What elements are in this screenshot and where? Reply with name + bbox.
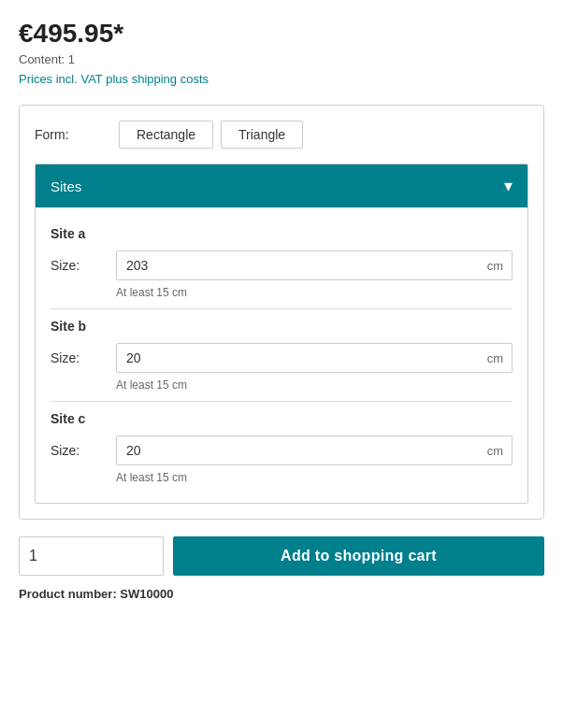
site-b-section: Site b Size: cm At least 15 cm: [51, 308, 512, 392]
site-b-hint: At least 15 cm: [116, 378, 512, 392]
site-c-size-input[interactable]: [116, 435, 512, 465]
site-b-title: Site b: [51, 319, 512, 334]
site-b-input-wrapper: cm: [116, 343, 512, 373]
site-c-size-row: Size: cm: [51, 435, 512, 465]
site-a-unit: cm: [487, 259, 503, 273]
form-buttons: Rectangle Triangle: [119, 121, 303, 149]
form-btn-triangle[interactable]: Triangle: [221, 121, 303, 149]
site-b-size-input[interactable]: [116, 343, 512, 373]
site-b-unit: cm: [487, 351, 503, 365]
product-number-value: SW10000: [120, 587, 173, 601]
bottom-row: ▲ ▼ Add to shopping cart: [19, 536, 544, 576]
vat-link[interactable]: Prices incl. VAT plus shipping costs: [19, 72, 209, 86]
site-b-size-row: Size: cm: [51, 343, 512, 373]
form-row: Form: Rectangle Triangle: [35, 121, 528, 149]
sites-body: Site a Size: cm At least 15 cm Site b Si…: [36, 207, 527, 503]
form-btn-rectangle[interactable]: Rectangle: [119, 121, 213, 149]
site-a-section: Site a Size: cm At least 15 cm: [51, 217, 512, 299]
site-c-unit: cm: [487, 444, 503, 458]
site-c-title: Site c: [51, 411, 512, 426]
sites-header[interactable]: Sites ▾: [36, 164, 527, 207]
form-label: Form:: [35, 127, 119, 142]
form-container: Form: Rectangle Triangle Sites ▾ Site a …: [19, 105, 544, 520]
site-a-size-row: Size: cm: [51, 250, 512, 280]
price-section: €495.95* Content: 1 Prices incl. VAT plu…: [19, 19, 544, 105]
site-c-hint: At least 15 cm: [116, 471, 512, 484]
add-to-cart-button[interactable]: Add to shopping cart: [173, 536, 544, 576]
site-c-input-wrapper: cm: [116, 435, 512, 465]
product-number-section: Product number: SW10000: [19, 587, 544, 601]
site-a-size-label: Size:: [51, 258, 116, 273]
site-a-hint: At least 15 cm: [116, 286, 512, 299]
price-value: €495.95*: [19, 19, 544, 49]
content-label: Content: 1: [19, 52, 544, 66]
site-a-size-input[interactable]: [116, 250, 512, 280]
site-c-section: Site c Size: cm At least 15 cm: [51, 401, 512, 484]
quantity-wrapper: ▲ ▼: [19, 536, 164, 576]
site-b-size-label: Size:: [51, 350, 116, 365]
quantity-input[interactable]: [20, 538, 164, 574]
chevron-down-icon: ▾: [504, 176, 512, 196]
site-a-input-wrapper: cm: [116, 250, 512, 280]
site-a-title: Site a: [51, 226, 512, 241]
site-c-size-label: Size:: [51, 443, 116, 458]
sites-accordion: Sites ▾ Site a Size: cm At least 15 cm S…: [35, 164, 528, 504]
sites-header-label: Sites: [51, 178, 81, 194]
